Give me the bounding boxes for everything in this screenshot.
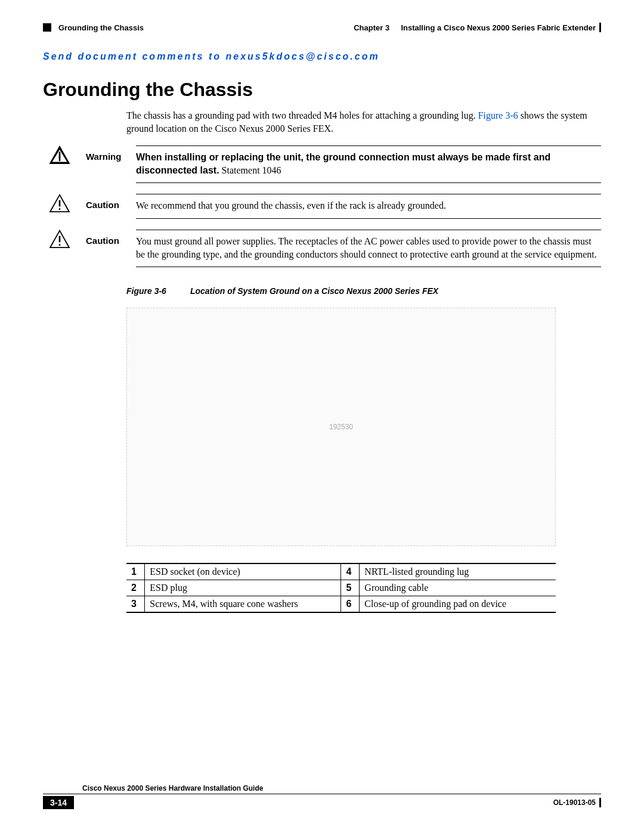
callout-desc: Close-up of grounding pad on device bbox=[360, 596, 556, 613]
figure-label: Figure 3-6 bbox=[126, 286, 166, 296]
page-title: Grounding the Chassis bbox=[43, 79, 601, 101]
table-row: 2 ESD plug 5 Grounding cable bbox=[126, 580, 556, 596]
callout-num: 2 bbox=[126, 580, 145, 596]
warning-bold-text: When installing or replacing the unit, t… bbox=[136, 152, 550, 175]
callout-num: 5 bbox=[341, 580, 360, 596]
caution-body-2: You must ground all power supplies. The … bbox=[136, 230, 601, 267]
intro-paragraph: The chassis has a grounding pad with two… bbox=[126, 109, 601, 135]
header-marker-icon bbox=[43, 23, 51, 32]
warning-block: Warning When installing or replacing the… bbox=[43, 145, 601, 183]
footer-guide-title: Cisco Nexus 2000 Series Hardware Install… bbox=[82, 784, 263, 792]
figure-image: 192530 bbox=[126, 308, 556, 546]
footer-bar-icon bbox=[599, 798, 601, 807]
caution-block-1: Caution We recommend that you ground the… bbox=[43, 194, 601, 219]
callout-num: 3 bbox=[126, 596, 145, 613]
figure-image-id: 192530 bbox=[329, 423, 353, 431]
figure-caption-text: Location of System Ground on a Cisco Nex… bbox=[190, 286, 438, 296]
page-header: Grounding the Chassis Chapter 3 Installi… bbox=[43, 23, 601, 32]
svg-point-4 bbox=[59, 209, 61, 210]
page-number: 3-14 bbox=[43, 796, 74, 809]
caution-label-1: Caution bbox=[86, 194, 126, 219]
page-footer: Cisco Nexus 2000 Series Hardware Install… bbox=[43, 784, 601, 809]
figure-caption: Figure 3-6 Location of System Ground on … bbox=[126, 286, 601, 296]
callout-desc: ESD socket (on device) bbox=[145, 563, 341, 580]
callout-table: 1 ESD socket (on device) 4 NRTL-listed g… bbox=[126, 563, 556, 613]
callout-num: 4 bbox=[341, 563, 360, 580]
warning-statement: Statement 1046 bbox=[219, 165, 281, 175]
table-row: 1 ESD socket (on device) 4 NRTL-listed g… bbox=[126, 563, 556, 580]
callout-num: 6 bbox=[341, 596, 360, 613]
caution-icon bbox=[49, 230, 70, 249]
callout-desc: Grounding cable bbox=[360, 580, 556, 596]
header-bar-icon bbox=[599, 23, 601, 32]
callout-desc: Screws, M4, with square cone washers bbox=[145, 596, 341, 613]
caution-icon bbox=[49, 194, 70, 213]
table-row: 3 Screws, M4, with square cone washers 6… bbox=[126, 596, 556, 613]
callout-num: 1 bbox=[126, 563, 145, 580]
warning-body: When installing or replacing the unit, t… bbox=[136, 145, 601, 183]
caution-body-1: We recommend that you ground the chassis… bbox=[136, 194, 601, 219]
caution-label-2: Caution bbox=[86, 230, 126, 267]
svg-point-7 bbox=[59, 244, 61, 246]
caution-block-2: Caution You must ground all power suppli… bbox=[43, 230, 601, 267]
callout-desc: NRTL-listed grounding lug bbox=[360, 563, 556, 580]
warning-icon bbox=[49, 145, 70, 165]
warning-label: Warning bbox=[86, 145, 126, 183]
footer-doc-id: OL-19013-05 bbox=[553, 798, 596, 807]
header-chapter-label: Chapter 3 bbox=[354, 23, 389, 32]
header-section-title: Grounding the Chassis bbox=[58, 23, 144, 32]
callout-desc: ESD plug bbox=[145, 580, 341, 596]
figure-link[interactable]: Figure 3-6 bbox=[478, 110, 518, 120]
feedback-line: Send document comments to nexus5kdocs@ci… bbox=[43, 51, 601, 62]
intro-text-a: The chassis has a grounding pad with two… bbox=[126, 110, 478, 120]
header-chapter-title: Installing a Cisco Nexus 2000 Series Fab… bbox=[401, 23, 596, 32]
